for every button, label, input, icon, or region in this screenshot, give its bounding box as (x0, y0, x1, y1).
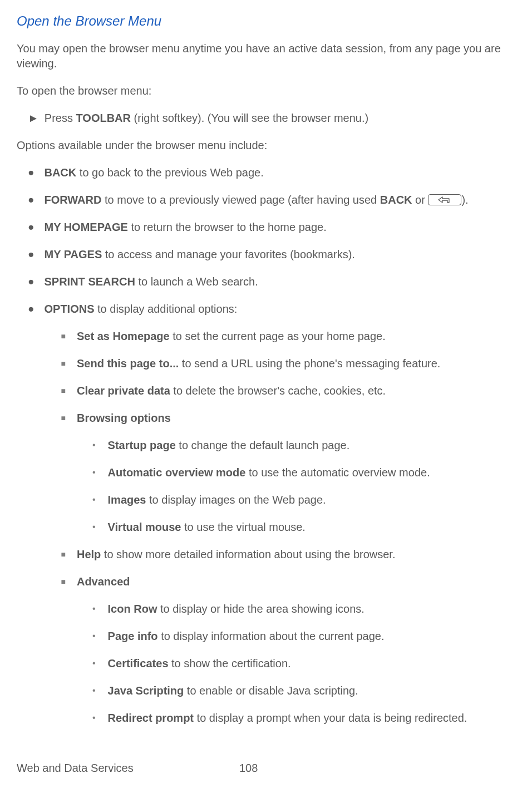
bullet-text: MY HOMEPAGE to return the browser to the… (44, 220, 522, 235)
section-heading: Open the Browser Menu (17, 12, 522, 30)
bullet-marker-icon: ● (28, 193, 34, 208)
dash-marker-icon: • (92, 656, 96, 671)
bullet-text: BACK to go back to the previous Web page… (44, 165, 522, 180)
square-marker-icon: ■ (61, 574, 65, 726)
open-prompt: To open the browser menu: (17, 83, 522, 98)
square-marker-icon: ■ (61, 356, 65, 371)
dash-marker-icon: • (92, 493, 96, 508)
dash-marker-icon: • (92, 602, 96, 617)
square-text: Send this page to... to send a URL using… (77, 356, 522, 371)
dash-text: Redirect prompt to display a prompt when… (108, 711, 467, 726)
square-item-advanced: ■ Advanced • Icon Row to display or hide… (61, 574, 522, 726)
dash-text: Images to display images on the Web page… (108, 493, 326, 508)
dash-marker-icon: • (92, 520, 96, 535)
square-text: Clear private data to delete the browser… (77, 383, 522, 398)
bullet-item-forward: ● FORWARD to move to a previously viewed… (28, 193, 522, 208)
square-item-browsing: ■ Browsing options • Startup page to cha… (61, 411, 522, 535)
square-text: Browsing options (77, 411, 522, 426)
options-prompt: Options available under the browser menu… (17, 138, 522, 153)
bullet-text: MY PAGES to access and manage your favor… (44, 247, 522, 262)
dash-item-overview: • Automatic overview mode to use the aut… (92, 465, 522, 480)
square-text: Advanced (77, 574, 522, 589)
square-item-clear: ■ Clear private data to delete the brows… (61, 383, 522, 398)
square-marker-icon: ■ (61, 383, 65, 398)
dash-marker-icon: • (92, 465, 96, 480)
bullet-text: FORWARD to move to a previously viewed p… (44, 193, 522, 208)
square-marker-icon: ■ (61, 411, 65, 535)
dash-marker-icon: • (92, 629, 96, 644)
arrow-marker-icon: ► (28, 111, 39, 126)
bullet-item-mypages: ● MY PAGES to access and manage your fav… (28, 247, 522, 262)
square-item-send: ■ Send this page to... to send a URL usi… (61, 356, 522, 371)
page-footer: Web and Data Services 108 (17, 761, 515, 776)
dash-text: Icon Row to display or hide the area sho… (108, 602, 364, 617)
dash-item-pageinfo: • Page info to display information about… (92, 629, 522, 644)
bullet-item-options: ● OPTIONS to display additional options:… (28, 302, 522, 726)
bullet-marker-icon: ● (28, 165, 34, 180)
dash-text: Automatic overview mode to use the autom… (108, 465, 430, 480)
bullet-item-homepage: ● MY HOMEPAGE to return the browser to t… (28, 220, 522, 235)
arrow-item-text: Press TOOLBAR (right softkey). (You will… (45, 111, 368, 126)
dash-item-iconrow: • Icon Row to display or hide the area s… (92, 602, 522, 617)
square-item-help: ■ Help to show more detailed information… (61, 547, 522, 562)
bullet-text: OPTIONS to display additional options: (44, 302, 522, 317)
dash-text: Java Scripting to enable or disable Java… (108, 683, 358, 698)
dash-marker-icon: • (92, 683, 96, 698)
dash-text: Virtual mouse to use the virtual mouse. (108, 520, 306, 535)
dash-marker-icon: • (92, 711, 96, 726)
bullet-marker-icon: ● (28, 247, 34, 262)
square-marker-icon: ■ (61, 329, 65, 344)
footer-page-number: 108 (239, 761, 258, 776)
dash-text: Startup page to change the default launc… (108, 438, 350, 453)
dash-item-redirect: • Redirect prompt to display a prompt wh… (92, 711, 522, 726)
dash-marker-icon: • (92, 438, 96, 453)
dash-text: Certificates to show the certification. (108, 656, 291, 671)
arrow-list-item: ► Press TOOLBAR (right softkey). (You wi… (28, 111, 522, 126)
dash-item-certs: • Certificates to show the certification… (92, 656, 522, 671)
bullet-item-back: ● BACK to go back to the previous Web pa… (28, 165, 522, 180)
intro-paragraph: You may open the browser menu anytime yo… (17, 41, 522, 71)
square-text: Help to show more detailed information a… (77, 547, 522, 562)
square-item-sethome: ■ Set as Homepage to set the current pag… (61, 329, 522, 344)
dash-item-js: • Java Scripting to enable or disable Ja… (92, 683, 522, 698)
bullet-item-search: ● SPRINT SEARCH to launch a Web search. (28, 274, 522, 289)
bullet-marker-icon: ● (28, 274, 34, 289)
bullet-text: SPRINT SEARCH to launch a Web search. (44, 274, 522, 289)
dash-item-startup: • Startup page to change the default lau… (92, 438, 522, 453)
dash-item-images: • Images to display images on the Web pa… (92, 493, 522, 508)
square-marker-icon: ■ (61, 547, 65, 562)
footer-section: Web and Data Services (17, 761, 239, 776)
bullet-marker-icon: ● (28, 302, 34, 726)
bullet-marker-icon: ● (28, 220, 34, 235)
dash-text: Page info to display information about t… (108, 629, 385, 644)
square-text: Set as Homepage to set the current page … (77, 329, 522, 344)
back-key-icon (428, 194, 461, 205)
dash-item-vmouse: • Virtual mouse to use the virtual mouse… (92, 520, 522, 535)
